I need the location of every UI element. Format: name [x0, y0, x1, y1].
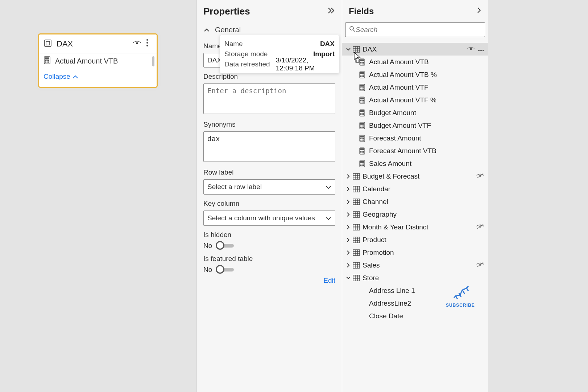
canvas-card-measure-row[interactable]: Actual Amount VTB: [39, 53, 157, 69]
fields-tree: DAXActual Amount VTBActual Amount VTB %A…: [342, 43, 488, 322]
chevron-right-icon[interactable]: [344, 263, 352, 268]
svg-point-68: [363, 126, 364, 126]
svg-point-35: [362, 75, 363, 75]
svg-point-8: [45, 60, 46, 61]
rowlabel-value: Select a row label: [207, 183, 262, 191]
hidden-icon: [476, 172, 484, 180]
chevron-right-icon[interactable]: [344, 199, 352, 204]
hidden-icon: [476, 223, 484, 231]
chevron-down-icon[interactable]: [344, 48, 352, 51]
fields-table-sales[interactable]: Sales: [342, 259, 488, 271]
canvas-card-collapse-link[interactable]: Collapse: [39, 69, 157, 84]
fields-table-budget-forecast[interactable]: Budget & Forecast: [342, 170, 488, 183]
fields-search[interactable]: [345, 23, 485, 37]
more-options-icon[interactable]: [142, 39, 152, 49]
fields-measure[interactable]: Actual Amount VTF: [342, 81, 488, 94]
fields-column[interactable]: Close Date: [342, 310, 488, 322]
canvas-card-header: DAX: [39, 34, 157, 53]
svg-point-85: [361, 152, 361, 153]
svg-point-23: [483, 50, 484, 51]
svg-rect-125: [353, 237, 360, 243]
card-scrollbar-thumb[interactable]: [152, 56, 154, 66]
svg-point-53: [361, 102, 361, 102]
rowlabel-label: Row label: [203, 168, 335, 176]
svg-point-93: [361, 165, 361, 166]
chevron-right-icon[interactable]: [344, 187, 352, 192]
fields-table-geography[interactable]: Geography: [342, 208, 488, 221]
fields-table-calendar[interactable]: Calendar: [342, 183, 488, 195]
fields-table-promotion[interactable]: Promotion: [342, 246, 488, 259]
keycolumn-label: Key column: [203, 200, 335, 208]
fields-measure[interactable]: Actual Amount VTB: [342, 56, 488, 68]
synonyms-input[interactable]: [203, 131, 335, 162]
chevron-right-icon[interactable]: [344, 174, 352, 179]
calculator-icon: [358, 147, 366, 155]
canvas-table-card[interactable]: DAX Actual: [38, 33, 158, 88]
svg-point-77: [361, 140, 361, 140]
collapse-pane-icon[interactable]: [327, 6, 335, 17]
table-icon: [352, 224, 360, 230]
fields-table-dax[interactable]: DAX: [342, 43, 488, 56]
svg-point-43: [362, 87, 363, 88]
model-canvas[interactable]: DAX Actual: [0, 0, 196, 392]
featured-edit-link[interactable]: Edit: [203, 277, 335, 285]
featured-toggle[interactable]: [216, 268, 234, 271]
rowlabel-select[interactable]: Select a row label: [203, 179, 335, 195]
fields-measure[interactable]: Forecast Amount: [342, 132, 488, 144]
table-label: Month & Year Distinct: [363, 223, 476, 231]
calculator-icon: [358, 109, 366, 117]
table-icon: [352, 249, 360, 256]
tooltip-refresh-value: 3/10/2022, 12:09:18 PM: [276, 56, 335, 72]
section-general-label: General: [215, 26, 241, 34]
fields-column[interactable]: Address Line 1: [342, 284, 488, 297]
fields-search-input[interactable]: [356, 26, 481, 34]
svg-point-39: [363, 76, 364, 77]
chevron-right-icon[interactable]: [344, 250, 352, 255]
column-label: AddressLine2: [369, 299, 411, 307]
svg-point-38: [362, 76, 363, 77]
svg-point-60: [363, 113, 364, 114]
calculator-icon: [358, 97, 366, 104]
table-icon: [352, 173, 360, 180]
svg-point-50: [361, 100, 361, 101]
calculator-icon: [358, 71, 366, 78]
svg-point-27: [362, 62, 363, 63]
fields-measure[interactable]: Sales Amount: [342, 157, 488, 170]
chevron-down-icon[interactable]: [344, 276, 352, 280]
chevron-right-icon[interactable]: [344, 237, 352, 242]
svg-point-87: [363, 152, 364, 153]
visibility-icon[interactable]: [467, 45, 475, 53]
svg-point-14: [350, 26, 353, 30]
ishidden-toggle[interactable]: [216, 244, 234, 248]
fields-measure[interactable]: Actual Amount VTF %: [342, 94, 488, 106]
fields-measure[interactable]: Forecast Amount VTB: [342, 144, 488, 157]
fields-table-month-year-distinct[interactable]: Month & Year Distinct: [342, 221, 488, 233]
svg-point-70: [362, 127, 363, 128]
fields-table-product[interactable]: Product: [342, 233, 488, 246]
fields-measure[interactable]: Actual Amount VTB %: [342, 68, 488, 81]
chevron-right-icon[interactable]: [344, 225, 352, 230]
fields-table-channel[interactable]: Channel: [342, 195, 488, 208]
fields-column[interactable]: AddressLine2: [342, 297, 488, 310]
more-options-icon[interactable]: [478, 45, 484, 53]
measure-label: Budget Amount VTF: [369, 122, 431, 130]
keycolumn-select[interactable]: Select a column with unique values: [203, 211, 335, 226]
description-input[interactable]: [203, 83, 335, 114]
fields-table-store[interactable]: Store: [342, 271, 488, 284]
svg-rect-113: [353, 212, 360, 217]
description-label: Description: [203, 73, 335, 81]
fields-measure[interactable]: Budget Amount VTF: [342, 119, 488, 132]
svg-point-95: [363, 165, 364, 166]
measure-label: Actual Amount VTF %: [369, 96, 436, 104]
svg-point-42: [361, 87, 361, 88]
visibility-icon[interactable]: [132, 40, 142, 48]
chevron-right-icon[interactable]: [344, 212, 352, 217]
svg-rect-96: [353, 173, 360, 179]
table-label: Channel: [363, 198, 484, 206]
measure-label: Forecast Amount VTB: [369, 147, 436, 155]
fields-measure[interactable]: Budget Amount: [342, 106, 488, 119]
calculator-icon: [358, 84, 366, 91]
svg-point-59: [362, 113, 363, 114]
collapse-pane-icon[interactable]: [476, 6, 481, 16]
svg-point-47: [363, 89, 364, 90]
